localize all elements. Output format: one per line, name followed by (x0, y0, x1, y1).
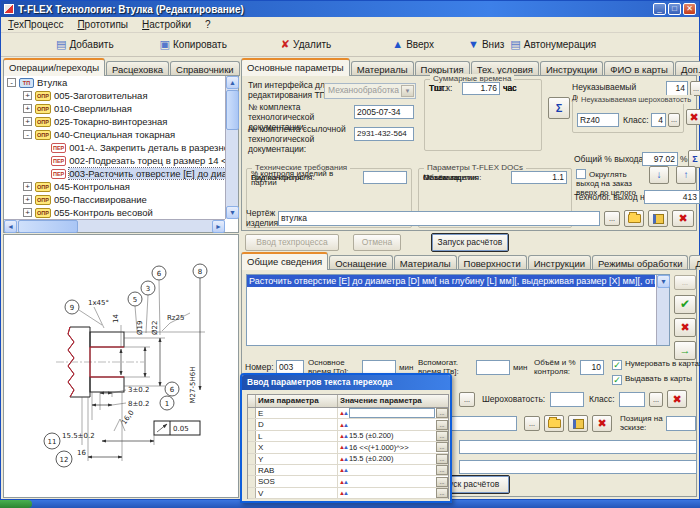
row-ellipsis-button[interactable]: ... (436, 477, 448, 487)
row-ellipsis-button[interactable]: ... (436, 488, 448, 498)
transition-class-field[interactable] (619, 392, 645, 407)
row-ellipsis-button[interactable]: ... (436, 465, 448, 475)
tree-item[interactable]: - ТП Втулка (4, 76, 225, 89)
tree-item[interactable]: + ОПР 010-Сверлильная (4, 102, 225, 115)
tree-vertical-scrollbar[interactable]: ▲ ▼ (225, 76, 238, 219)
cancel-button[interactable]: Отмена (353, 234, 401, 251)
parameter-row[interactable]: RAB ▲▲ ... (248, 465, 448, 476)
aux-time-field[interactable] (476, 360, 510, 375)
text-ellipsis-button[interactable]: ... (674, 275, 696, 290)
tree-expander-icon[interactable]: + (23, 208, 32, 217)
drawing-library-button[interactable] (648, 210, 668, 227)
tab[interactable]: Инструкции (540, 61, 603, 76)
tab[interactable]: Оснащение (329, 255, 393, 270)
round-down-button[interactable]: ↓ (649, 166, 669, 184)
drawing-clear-button[interactable]: ✖ (672, 210, 694, 227)
sketch-clear-button[interactable]: ✖ (592, 415, 612, 432)
row-selector[interactable] (248, 488, 256, 498)
minimize-icon[interactable]: _ (653, 3, 666, 15)
row-selector[interactable] (248, 476, 256, 486)
toolbar-button[interactable]: Удалить (278, 37, 334, 52)
discard-button[interactable]: ✖ (674, 318, 696, 337)
parameter-row[interactable]: Y ▲▲ 15.5 (±0.200) ... (248, 454, 448, 465)
tree-item[interactable]: ПЕР 001-А. Закрепить деталь в разрезной (4, 141, 225, 154)
tree-expander-icon[interactable]: + (23, 182, 32, 191)
tree-item[interactable]: + ОПР 055-Контроль весовой (4, 206, 225, 219)
parameter-value[interactable]: 16 <<(+1.000)^>> (349, 443, 435, 452)
textarea-scrollbar[interactable]: ▲ ▼ (656, 275, 669, 345)
row-ellipsis-button[interactable]: ... (436, 420, 448, 430)
sum-times-button[interactable]: Σ (548, 97, 570, 119)
run-calculations-button[interactable]: Запуск расчётов (431, 233, 509, 252)
control-volume-field[interactable]: 10 (580, 360, 604, 375)
row-selector[interactable] (248, 442, 256, 452)
mid-ellipsis-button[interactable]: ... (459, 392, 475, 407)
toolbar-button[interactable]: Вверх (389, 37, 437, 52)
row-ellipsis-button[interactable]: ... (436, 431, 448, 441)
menu-item[interactable]: Прототипы (77, 19, 128, 30)
ref-doc-set-field[interactable]: 2931-432-564 (354, 127, 414, 141)
class-clear-button[interactable]: ✖ (667, 390, 687, 408)
row-selector[interactable] (248, 431, 256, 441)
menu-item[interactable]: ? (205, 19, 211, 30)
start-button[interactable] (0, 500, 32, 508)
toolbar-button[interactable]: Копировать (157, 37, 230, 52)
tab[interactable]: Материалы (351, 61, 414, 76)
card-checkbox[interactable]: Нумеровать в картах (612, 359, 700, 370)
tab[interactable]: Операции/переходы (3, 58, 105, 76)
tab[interactable]: Основные параметры (241, 58, 350, 76)
toolbar-button[interactable]: Добавить (53, 37, 117, 52)
row-selector[interactable] (248, 408, 256, 418)
tree-expander-icon[interactable]: + (23, 117, 32, 126)
yield-field[interactable]: 97.02 (642, 152, 678, 166)
tab[interactable]: Справочники (170, 61, 240, 76)
parameter-row[interactable]: X ▲▲ 16 <<(+1.000)^>> ... (248, 442, 448, 453)
round-up-button[interactable]: ↑ (676, 166, 696, 184)
tech-req-field[interactable] (363, 171, 407, 184)
docs-field[interactable]: 1.1 (511, 171, 567, 184)
sketch-position-field[interactable] (666, 416, 696, 431)
row-selector[interactable] (248, 465, 256, 475)
doc-set-field[interactable]: 2005-07-34 (354, 105, 414, 119)
parameter-row[interactable]: SOS ▲▲ ... (248, 476, 448, 487)
menu-item[interactable]: Настройки (142, 19, 191, 30)
tab[interactable]: ФИО в карты (604, 61, 674, 76)
row-ellipsis-button[interactable]: ... (436, 442, 448, 452)
apply-button[interactable]: ✔ (674, 295, 696, 314)
parameter-value[interactable]: 15.5 (±0.200) (349, 454, 435, 463)
parameter-value[interactable] (349, 408, 435, 418)
scroll-up-icon[interactable]: ▲ (226, 76, 239, 89)
next-button[interactable]: → (674, 341, 696, 360)
scroll-down-icon[interactable]: ▼ (657, 275, 670, 288)
parameter-row[interactable]: E ▲▲ ... (248, 408, 448, 419)
tab[interactable]: Доп. параметры (689, 255, 700, 270)
card-checkbox[interactable]: Выдавать в карты (612, 374, 692, 385)
tab[interactable]: Доп. параметры (675, 61, 700, 76)
tree-item[interactable]: + ОПР 050-Пассивирование (4, 193, 225, 206)
tab[interactable]: Общие сведения (241, 252, 328, 270)
close-icon[interactable]: ✕ (683, 3, 696, 15)
scroll-down-icon[interactable]: ▼ (226, 206, 239, 219)
input-process-button[interactable]: Ввод техпроцесса (245, 234, 339, 251)
transition-text-area[interactable]: Расточить отверстие [Е] до диаметра [D] … (246, 274, 670, 346)
roughness-field[interactable]: Rz40 (577, 113, 619, 127)
tab[interactable]: Материалы (394, 255, 457, 270)
tree-item[interactable]: + ОПР 045-Контрольная (4, 180, 225, 193)
parameter-value[interactable]: 15.5 (±0.200) (349, 431, 435, 440)
interface-type-select[interactable]: Механообработка (324, 83, 416, 99)
tree-expander-icon[interactable]: + (23, 104, 32, 113)
tree-expander-icon[interactable]: - (23, 130, 32, 139)
toolbar-button[interactable]: Автонумерация (507, 37, 599, 52)
row-selector[interactable] (248, 419, 256, 429)
tree-item[interactable]: ПЕР 002-Подрезать торец в размер 14 <<^ (4, 154, 225, 167)
tolerance-ellipsis-button[interactable]: ... (690, 81, 700, 96)
transition-roughness-field[interactable] (550, 392, 584, 407)
tab[interactable]: Расцеховка (106, 61, 169, 76)
product-drawing-field[interactable]: втулка (278, 211, 600, 226)
menu-item[interactable]: ТехПроцесс (8, 19, 63, 30)
sketch-library-button[interactable] (568, 415, 588, 432)
tab[interactable]: Режимы обработки (592, 255, 688, 270)
scroll-left-icon[interactable]: ◄ (4, 220, 17, 233)
extra-field-1[interactable] (459, 440, 697, 454)
roughness-class-field[interactable]: 4 (651, 113, 666, 127)
